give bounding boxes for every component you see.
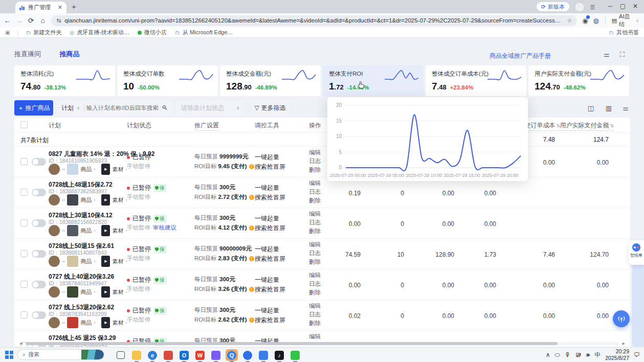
row-toggle-switch[interactable] <box>32 189 46 196</box>
material-thumbnail[interactable]: ▶ <box>101 286 110 298</box>
material-thumbnail[interactable]: ▶ <box>101 225 110 236</box>
bookmark-item-1[interactable]: 🗀新建文件夹 <box>26 29 61 36</box>
stat-card-6[interactable]: 用户实际支付金额(元)124.70-48.62% <box>528 65 629 96</box>
tool-link[interactable]: 一键起量 <box>255 276 279 284</box>
extension-icon[interactable]: ◉ <box>582 17 588 25</box>
custom-user-column-icon[interactable]: ◫ <box>585 103 596 114</box>
col-header-5[interactable]: 操作 <box>309 121 321 130</box>
table-settings-icon[interactable]: ⚌ <box>620 103 631 114</box>
col-header-2[interactable]: 计划状态 <box>127 121 151 130</box>
taskbar-app-douyin[interactable]: ♪ <box>273 349 285 361</box>
material-link[interactable]: 素材 <box>112 196 123 204</box>
action-link[interactable]: 日志 <box>309 219 321 227</box>
info-icon[interactable]: ! <box>249 164 254 169</box>
ai-summary-button[interactable]: ▤ AI总结 ∨ <box>612 13 639 28</box>
metric-header-6[interactable]: 用户实际支付金额⇅ <box>560 121 614 131</box>
taskbar-search[interactable]: ⌕ 搜索 <box>17 349 104 360</box>
col-header-4[interactable]: 调控工具 <box>255 121 279 130</box>
action-link[interactable]: 删除 <box>309 166 321 174</box>
horizontal-scrollbar[interactable]: ◀ ▶ <box>19 342 625 346</box>
browser-menu-icon[interactable]: ☰ <box>590 4 595 11</box>
tool-link[interactable]: 一键起量 <box>255 153 279 162</box>
material-link[interactable]: 素材 <box>112 319 123 327</box>
bookmark-item-4[interactable]: 🗀从 Microsoft Edge… <box>175 29 233 36</box>
search-highlight-image[interactable] <box>81 350 104 359</box>
window-minimize-button[interactable]: ─ <box>608 3 612 9</box>
window-maximize-button[interactable]: ▢ <box>620 3 626 9</box>
action-link[interactable]: 删除 <box>309 320 321 327</box>
start-button[interactable] <box>5 351 13 359</box>
material-thumbnail[interactable]: ▶ <box>101 164 110 175</box>
site-info-icon[interactable]: ⇆ <box>56 17 61 24</box>
taskbar-app-red-store-app[interactable] <box>162 349 174 361</box>
info-icon[interactable]: ! <box>249 195 254 200</box>
layout-settings-icon[interactable]: ⚌ <box>604 51 610 58</box>
product-thumbnail[interactable] <box>67 225 78 236</box>
col-header-3[interactable]: 推广设置 <box>194 121 219 131</box>
row-toggle-switch[interactable] <box>32 158 46 166</box>
taskbar-clock[interactable]: 20:292025/8/27 <box>605 348 629 361</box>
speaker-icon[interactable]: 🕪 <box>586 351 590 358</box>
tool-link[interactable]: 搜索抢首屏 <box>255 163 285 171</box>
action-link[interactable]: 编辑 <box>309 302 321 310</box>
scroll-right-icon[interactable]: ▶ <box>623 342 625 346</box>
tool-link[interactable]: 搜索抢首屏 <box>255 255 285 263</box>
tab-products[interactable]: 推商品 <box>59 50 79 58</box>
action-link[interactable]: 日志 <box>309 280 321 288</box>
row-toggle-switch[interactable] <box>32 250 46 258</box>
extensions-puzzle-icon[interactable]: ◍ <box>593 17 598 25</box>
plan-select[interactable]: 计划∨ <box>57 104 84 112</box>
stat-card-3[interactable]: 整体成交金额(元)128.90-46.89% <box>220 65 321 96</box>
other-bookmarks-button[interactable]: 🗀 其他书签 <box>609 29 639 36</box>
tool-link[interactable]: 一键起量 <box>255 245 279 254</box>
tool-link[interactable]: 搜索抢首屏 <box>255 285 285 294</box>
product-thumbnail[interactable] <box>67 286 78 298</box>
material-link[interactable]: 素材 <box>112 288 123 296</box>
home-icon[interactable]: ⌂ <box>38 16 47 25</box>
product-thumbnail[interactable] <box>67 164 78 175</box>
reload-icon[interactable]: ⟳ <box>27 16 35 25</box>
product-link[interactable]: 商品 <box>80 196 92 204</box>
task-view-icon[interactable] <box>117 351 125 359</box>
review-suggestion-link[interactable]: 审核建议 <box>153 224 176 231</box>
tool-link[interactable]: 一键起量 <box>255 214 279 223</box>
ime-indicator[interactable]: 中 <box>594 351 601 359</box>
tool-link[interactable]: 一键起量 <box>255 184 279 192</box>
search-input[interactable] <box>84 105 162 111</box>
sort-icon[interactable]: ⇅ <box>610 123 614 128</box>
product-link[interactable]: 商品 <box>80 166 92 173</box>
action-link[interactable]: 编辑 <box>309 179 321 187</box>
product-link[interactable]: 商品 <box>80 258 92 265</box>
bookmark-item-2[interactable]: ◎虎牙直播-技术驱动… <box>70 29 129 36</box>
row-checkbox[interactable] <box>20 158 28 165</box>
action-link[interactable]: 日志 <box>309 157 321 165</box>
col-header-1[interactable]: 计划 <box>49 121 61 130</box>
row-checkbox[interactable] <box>20 311 28 319</box>
product-link[interactable]: 商品 <box>80 227 92 235</box>
row-checkbox[interactable] <box>20 250 28 257</box>
action-link[interactable]: 编辑 <box>309 272 321 279</box>
taskbar-app-green-app[interactable] <box>289 349 301 361</box>
action-link[interactable]: 编辑 <box>309 333 321 341</box>
help-float-button[interactable] <box>613 310 630 327</box>
network-icon[interactable]: 🖳︎ <box>575 351 582 358</box>
row-toggle-switch[interactable] <box>32 281 46 288</box>
material-link[interactable]: 素材 <box>112 166 123 173</box>
search-icon[interactable]: 🔍︎ <box>162 104 172 111</box>
taskbar-app-outlook[interactable]: O <box>178 349 190 361</box>
action-link[interactable]: 编辑 <box>309 149 321 156</box>
promote-product-button[interactable]: ＋推广商品 <box>14 100 53 116</box>
browser-tab[interactable]: 推广管理 ✕ <box>15 2 66 13</box>
action-link[interactable]: 编辑 <box>309 210 321 218</box>
stat-card-5[interactable]: 整体成交订单成本(元)7.48+23.84% <box>426 65 526 96</box>
side-panel-icon[interactable]: ▣ <box>5 30 10 35</box>
bookmark-item-3[interactable]: 微信小店 <box>138 29 167 36</box>
stat-card-1[interactable]: 整体消耗(元)74.80-38.13% <box>14 65 115 96</box>
taskbar-app-qianchuan-browser[interactable]: Q <box>226 349 238 361</box>
stat-card-4[interactable]: 整体支付ROI1.72-14.43% <box>323 65 424 96</box>
product-thumbnail[interactable] <box>67 256 78 267</box>
tab-close-icon[interactable]: ✕ <box>58 5 62 10</box>
scroll-left-icon[interactable]: ◀ <box>19 342 22 346</box>
taskbar-app-wps-office[interactable]: W <box>194 349 206 361</box>
info-icon[interactable]: ! <box>249 256 254 261</box>
